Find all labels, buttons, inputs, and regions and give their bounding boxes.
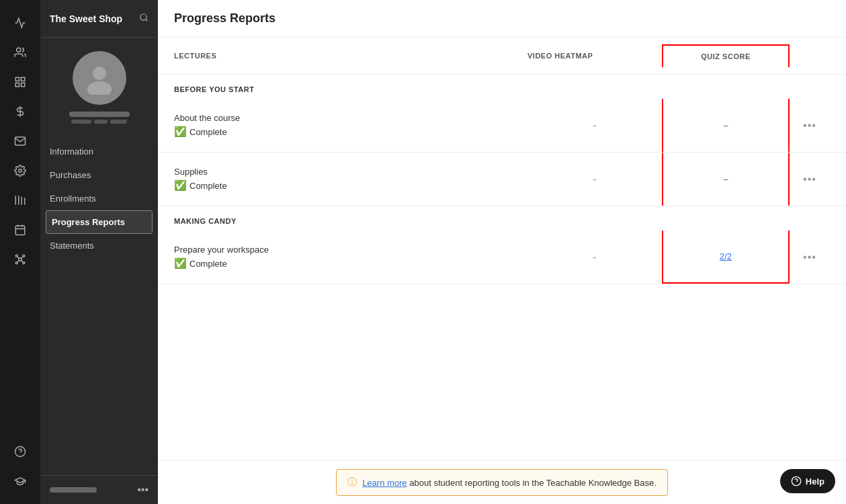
learn-more-link[interactable]: Learn more [362,478,407,488]
quiz-score-cell: 2/2 [662,230,790,284]
check-icon: ✅ [174,257,187,269]
section-before-you-start: BEFORE YOU START [158,75,846,99]
mail-icon[interactable] [8,129,32,153]
library-icon[interactable] [8,188,32,212]
help-circle-icon[interactable] [8,439,32,464]
svg-rect-11 [15,226,25,235]
quiz-score-link[interactable]: 2/2 [720,251,732,261]
lecture-name: Supplies [174,167,208,177]
avatar-sub-placeholder [71,120,127,124]
table-header: LECTURES VIDEO HEATMAP QUIZ SCORE [158,38,846,75]
analytics-icon[interactable] [8,11,32,35]
section-making-candy: MAKING CANDY [158,206,846,230]
svg-rect-1 [15,77,19,81]
page-title: Progress Reports [174,11,276,26]
table-row: Prepare your workspace ✅ Complete - 2/2 … [158,230,846,284]
app-name: The Sweet Shop [50,13,122,24]
info-text: Learn more about student reporting tools… [362,478,657,488]
row-actions: ••• [790,153,830,206]
main-content: Progress Reports LECTURES VIDEO HEATMAP … [158,0,846,504]
main-body: LECTURES VIDEO HEATMAP QUIZ SCORE BEFORE… [158,38,846,504]
svg-point-16 [15,255,17,257]
sidebar-item-statements[interactable]: Statements [40,234,158,257]
svg-point-28 [93,67,106,80]
avatar-name-placeholder [69,112,130,117]
col-header-video: VIDEO HEATMAP [527,52,662,60]
sidebar-item-enrollments[interactable]: Enrollments [40,187,158,210]
lecture-name: Prepare your workspace [174,245,269,255]
sidebar-header: The Sweet Shop [40,0,158,38]
svg-point-17 [23,255,25,257]
progress-table: LECTURES VIDEO HEATMAP QUIZ SCORE BEFORE… [158,38,846,325]
info-banner: ⓘ Learn more about student reporting too… [158,460,846,504]
help-button[interactable]: Help [780,469,835,493]
info-banner-box: ⓘ Learn more about student reporting too… [336,469,668,496]
footer-user-placeholder [50,487,97,493]
avatar [73,51,126,105]
video-heatmap-cell: - [527,230,662,284]
lecture-status: ✅ Complete [174,179,227,192]
svg-line-27 [146,19,148,22]
video-heatmap-cell: - [527,99,662,152]
avatar-sub-bar-3 [110,120,127,124]
table-row: Supplies ✅ Complete - – ••• [158,153,846,206]
dollar-icon[interactable] [8,99,32,124]
svg-line-21 [22,257,23,258]
lecture-name-cell: Supplies ✅ Complete [174,153,527,206]
quiz-score-cell: – [662,99,790,152]
video-heatmap-cell: - [527,153,662,206]
check-icon: ✅ [174,126,187,138]
lecture-name-cell: Prepare your workspace ✅ Complete [174,230,527,284]
svg-rect-4 [15,83,19,87]
svg-line-23 [22,261,23,262]
users-icon[interactable] [8,40,32,65]
help-label: Help [806,476,824,487]
col-header-lectures: LECTURES [174,52,527,60]
svg-rect-2 [22,77,25,81]
lecture-status: ✅ Complete [174,126,227,138]
lecture-name: About the course [174,113,240,123]
avatar-sub-bar-2 [94,120,108,124]
sidebar-footer: ••• [40,475,158,504]
left-sidebar: The Sweet Shop Information Purchases Enr… [40,0,158,504]
check-icon: ✅ [174,179,187,192]
row-actions: ••• [790,230,830,284]
avatar-sub-bar-1 [71,120,91,124]
svg-rect-3 [22,83,25,87]
lecture-name-cell: About the course ✅ Complete [174,99,527,152]
layout-icon[interactable] [8,70,32,94]
row-dots-menu[interactable]: ••• [803,120,816,132]
sidebar-item-information[interactable]: Information [40,140,158,163]
nav-items: Information Purchases Enrollments Progre… [40,134,158,263]
svg-line-22 [17,261,19,262]
row-dots-menu[interactable]: ••• [803,251,816,263]
graduation-icon[interactable] [8,469,32,493]
nodes-icon[interactable] [8,247,32,271]
main-header: Progress Reports [158,0,846,38]
row-dots-menu[interactable]: ••• [803,173,816,185]
info-icon: ⓘ [347,476,357,489]
col-header-quiz: QUIZ SCORE [662,44,790,67]
row-actions: ••• [790,99,830,152]
svg-point-6 [19,169,22,173]
lecture-status: ✅ Complete [174,257,227,269]
search-icon[interactable] [139,13,149,24]
svg-point-0 [17,48,21,52]
svg-line-20 [17,257,19,258]
icon-sidebar [0,0,40,504]
avatar-section [40,38,158,134]
svg-point-19 [23,262,25,264]
svg-point-26 [140,14,146,20]
sidebar-item-purchases[interactable]: Purchases [40,163,158,187]
settings-icon[interactable] [8,159,32,183]
calendar-icon[interactable] [8,218,32,242]
svg-point-29 [87,81,112,95]
sidebar-item-progress-reports[interactable]: Progress Reports [46,210,153,234]
footer-menu-dots[interactable]: ••• [137,484,149,496]
table-row: About the course ✅ Complete - – ••• [158,99,846,153]
quiz-score-cell: – [662,153,790,206]
svg-point-18 [15,262,17,264]
